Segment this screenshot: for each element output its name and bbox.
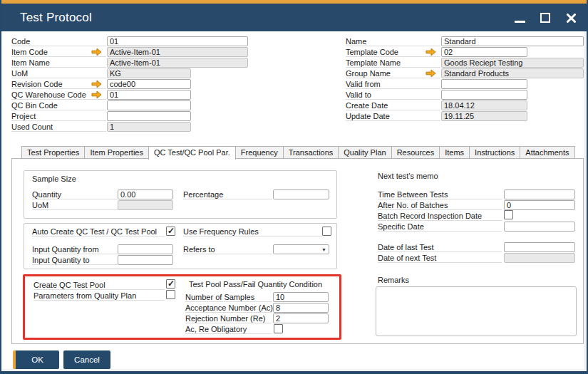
tab-instructions[interactable]: Instructions — [469, 146, 520, 159]
create-pool-label: Create QC Test Pool — [33, 280, 165, 290]
uom-field: KG — [107, 68, 191, 78]
form-row-project: Project — [11, 111, 254, 122]
input-quantity-from-field[interactable] — [118, 244, 173, 254]
maximize-icon — [540, 13, 550, 23]
title-bar: Test Protocol — [1, 4, 587, 31]
used-count-label: Used Count — [11, 122, 106, 132]
ac-re-obligatory-label: Ac, Re Obligatory — [185, 324, 272, 334]
time-between-tests-label: Time Between Tests — [378, 189, 502, 199]
tab-qc-test-qc-pool-par[interactable]: QC Test/QC Pool Par. — [148, 146, 236, 160]
auto-create-checkbox[interactable] — [166, 227, 175, 236]
tab-strip: Test Properties Item Properties QC Test/… — [21, 146, 575, 160]
sample-uom-label: UoM — [32, 200, 118, 210]
cancel-button[interactable]: Cancel — [63, 350, 110, 369]
tab-quality-plan[interactable]: Quality Plan — [338, 146, 391, 159]
item-name-field: Active-Item-01 — [107, 58, 248, 68]
date-of-last-test-field[interactable] — [504, 242, 575, 252]
window-inner-edge — [584, 31, 587, 371]
minimize-button[interactable] — [512, 11, 527, 25]
form-row-qc-warehouse: QC Warehouse Code 01 — [11, 90, 254, 100]
valid-from-field[interactable] — [441, 79, 527, 89]
rejection-number-field[interactable]: 2 — [273, 313, 329, 323]
name-label: Name — [346, 36, 440, 46]
close-button[interactable] — [564, 11, 578, 25]
form-row-template-name: Template Name Goods Reciept Testing — [346, 58, 584, 68]
link-arrow-icon[interactable] — [425, 69, 436, 78]
tab-resources[interactable]: Resources — [391, 146, 440, 159]
refers-to-dropdown[interactable]: ▼ — [273, 244, 329, 254]
form-row-create-date: Create Date 18.04.12 — [346, 100, 584, 111]
window-bottom-border — [1, 371, 587, 374]
use-frequency-label: Use Frequency Rules — [183, 227, 322, 237]
date-of-last-test-label: Date of last Test — [378, 242, 502, 252]
link-arrow-icon[interactable] — [91, 48, 102, 56]
minimize-icon — [515, 21, 525, 23]
link-arrow-icon[interactable] — [91, 90, 102, 99]
link-arrow-icon[interactable] — [91, 80, 102, 88]
input-quantity-to-label: Input Quantity to — [32, 255, 118, 265]
after-no-batches-label: After No. of Batches — [378, 200, 502, 210]
quantity-field[interactable]: 0.00 — [118, 189, 173, 199]
tab-transactions[interactable]: Transactions — [283, 146, 339, 159]
create-pool-checkbox[interactable] — [166, 279, 175, 289]
name-field[interactable]: Standard — [441, 36, 584, 46]
code-label: Code — [11, 36, 106, 46]
sample-size-title: Sample Size — [32, 175, 76, 183]
tab-frequency[interactable]: Frequency — [235, 146, 284, 159]
input-quantity-to-field[interactable] — [118, 255, 173, 265]
form-row-item-code: Item Code Active-Item-01 — [11, 47, 254, 58]
header-form-left: Code 01 Item Code Active-Item-01 Item Na… — [11, 36, 254, 133]
tab-item-properties[interactable]: Item Properties — [84, 146, 149, 159]
window-controls — [512, 4, 578, 31]
qc-bin-field[interactable] — [107, 100, 191, 110]
valid-from-label: Valid from — [346, 79, 440, 89]
update-date-label: Update Date — [346, 111, 440, 121]
time-between-tests-field[interactable] — [504, 189, 575, 199]
form-row-valid-to: Valid to — [346, 90, 584, 100]
tab-attachments[interactable]: Attachments — [520, 146, 574, 159]
ac-re-obligatory-checkbox[interactable] — [274, 324, 283, 333]
form-row-update-date: Update Date 19.11.25 — [346, 111, 584, 122]
specific-date-label: Specific Date — [378, 222, 502, 232]
refers-to-label: Refers to — [183, 244, 272, 254]
percentage-label: Percentage — [183, 189, 272, 199]
group-name-field: Standard Products — [441, 68, 584, 78]
revision-code-field[interactable]: code00 — [107, 79, 191, 89]
used-count-field: 1 — [107, 122, 191, 132]
specific-date-field[interactable] — [504, 222, 575, 232]
tab-test-properties[interactable]: Test Properties — [21, 146, 85, 159]
link-arrow-icon[interactable] — [425, 48, 436, 56]
template-name-label: Template Name — [346, 58, 440, 68]
percentage-field[interactable] — [273, 189, 329, 199]
valid-to-field[interactable] — [441, 90, 527, 100]
valid-to-label: Valid to — [346, 90, 440, 100]
tab-items[interactable]: Items — [439, 146, 470, 159]
after-no-batches-field[interactable]: 0 — [504, 200, 575, 210]
batch-record-inspection-checkbox[interactable] — [504, 210, 513, 219]
quantity-label: Quantity — [32, 189, 118, 199]
number-of-samples-label: Number of Samples — [185, 292, 272, 302]
remarks-textarea[interactable] — [376, 286, 577, 336]
date-of-next-test-label: Date of next Test — [378, 253, 502, 263]
create-date-label: Create Date — [346, 100, 440, 110]
ok-button[interactable]: OK — [13, 350, 59, 369]
rejection-number-label: Rejection Number (Re) — [185, 313, 272, 323]
acceptance-number-field[interactable]: 8 — [273, 303, 329, 313]
form-row-used-count: Used Count 1 — [11, 122, 254, 133]
form-row-code: Code 01 — [11, 36, 254, 47]
project-field[interactable] — [107, 111, 191, 121]
update-date-field: 19.11.25 — [441, 111, 527, 121]
sample-uom-field — [118, 200, 173, 210]
item-code-field: Active-Item-01 — [107, 47, 248, 57]
code-field[interactable]: 01 — [107, 36, 248, 46]
qc-warehouse-field[interactable]: 01 — [107, 90, 191, 100]
window-title: Test Protocol — [20, 11, 92, 25]
params-quality-plan-checkbox[interactable] — [166, 290, 175, 299]
form-row-template-code: Template Code 02 — [346, 47, 584, 58]
template-code-field[interactable]: 02 — [441, 47, 527, 57]
create-date-field: 18.04.12 — [441, 100, 527, 110]
maximize-button[interactable] — [538, 11, 552, 25]
form-row-item-name: Item Name Active-Item-01 — [11, 58, 254, 68]
use-frequency-checkbox[interactable] — [322, 227, 331, 236]
number-of-samples-field[interactable]: 10 — [273, 292, 329, 302]
